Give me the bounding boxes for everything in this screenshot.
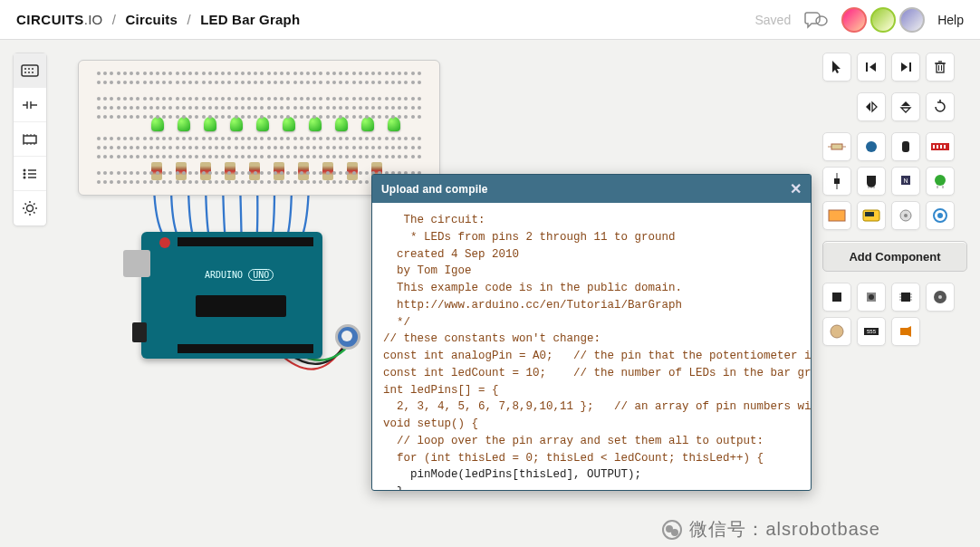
diode-component[interactable] xyxy=(822,167,851,196)
code-editor-panel[interactable]: Upload and compile ✕ The circuit: * LEDs… xyxy=(371,174,812,491)
delete-button[interactable] xyxy=(926,53,955,82)
dc-motor-component[interactable] xyxy=(926,283,955,312)
svg-rect-65 xyxy=(901,293,910,302)
usb-port-icon xyxy=(123,250,150,277)
ic-555-component[interactable]: 555 xyxy=(857,317,886,346)
brand-name[interactable]: CIRCUITS xyxy=(16,12,84,27)
dip-switch-component[interactable] xyxy=(926,132,955,161)
header-pins-bottom xyxy=(178,344,313,353)
svg-rect-36 xyxy=(831,144,842,149)
svg-rect-28 xyxy=(866,62,868,72)
close-icon[interactable]: ✕ xyxy=(790,180,802,197)
avatar[interactable] xyxy=(870,7,896,33)
svg-rect-43 xyxy=(940,145,942,149)
svg-point-4 xyxy=(32,68,34,70)
reset-button-icon xyxy=(159,237,170,248)
svg-point-2 xyxy=(24,68,26,70)
crumb-circuits[interactable]: Circuits xyxy=(126,12,178,27)
svg-rect-29 xyxy=(909,62,911,72)
capacitor-component[interactable] xyxy=(857,132,886,161)
svg-rect-44 xyxy=(944,145,946,149)
component-palette-bottom: 555 xyxy=(822,283,967,346)
svg-point-52 xyxy=(935,175,946,186)
header-pins-top xyxy=(178,237,313,246)
flip-vertical-button[interactable] xyxy=(891,92,920,121)
rotate-button[interactable] xyxy=(926,92,955,121)
svg-rect-42 xyxy=(937,145,938,149)
photocell-component[interactable] xyxy=(891,201,920,230)
right-panel: N Add Component 555 xyxy=(822,53,967,346)
svg-point-7 xyxy=(32,72,34,73)
multimeter-component[interactable] xyxy=(857,201,886,230)
save-status: Saved xyxy=(755,13,792,27)
svg-rect-46 xyxy=(834,178,840,184)
code-editor-titlebar[interactable]: Upload and compile ✕ xyxy=(372,175,811,203)
svg-text:N: N xyxy=(903,178,908,184)
pointer-tool[interactable] xyxy=(822,53,851,82)
help-link[interactable]: Help xyxy=(937,13,964,27)
svg-point-74 xyxy=(831,325,843,338)
svg-point-0 xyxy=(816,16,827,25)
component-palette-top: N xyxy=(822,132,967,230)
breadboard-view-button[interactable] xyxy=(14,53,46,88)
avatar[interactable] xyxy=(899,7,925,33)
components-list-button[interactable] xyxy=(14,157,46,191)
code-editor-title: Upload and compile xyxy=(381,183,488,196)
photodetector-component[interactable] xyxy=(857,283,886,312)
resistor-component[interactable] xyxy=(822,132,851,161)
power-jack-icon xyxy=(132,322,147,342)
svg-point-64 xyxy=(869,294,874,300)
svg-rect-1 xyxy=(22,65,38,76)
svg-point-59 xyxy=(904,214,908,217)
step-forward-button[interactable] xyxy=(891,53,920,82)
led-component[interactable] xyxy=(926,167,955,196)
atmega-chip-icon xyxy=(196,295,286,317)
svg-rect-30 xyxy=(937,63,944,72)
mcu-chip-component[interactable] xyxy=(891,283,920,312)
comments-icon[interactable] xyxy=(803,11,829,29)
svg-point-61 xyxy=(937,213,943,218)
ic-chip-component[interactable] xyxy=(822,283,851,312)
coin-cell-component[interactable] xyxy=(822,317,851,346)
add-component-button[interactable]: Add Component xyxy=(822,241,967,272)
schematic-view-button[interactable] xyxy=(14,88,46,122)
collaborators xyxy=(841,7,925,33)
left-toolbar xyxy=(13,53,47,226)
buzzer-component[interactable] xyxy=(891,317,920,346)
svg-point-27 xyxy=(27,206,34,212)
svg-rect-41 xyxy=(933,145,935,149)
pcb-view-button[interactable] xyxy=(14,122,46,157)
svg-point-6 xyxy=(28,72,30,73)
capacitor-pol-component[interactable] xyxy=(891,132,920,161)
potentiometer[interactable] xyxy=(335,324,360,350)
breadcrumb: CIRCUITS.IO / Circuits / LED Bar Graph xyxy=(16,12,300,27)
svg-point-25 xyxy=(24,176,26,178)
settings-button[interactable] xyxy=(14,191,46,226)
arduino-board[interactable]: ARDUINO UNO xyxy=(141,232,322,359)
step-back-button[interactable] xyxy=(857,53,886,82)
svg-rect-62 xyxy=(832,293,841,302)
svg-text:555: 555 xyxy=(867,329,877,334)
svg-point-38 xyxy=(866,141,877,152)
transistor-component[interactable] xyxy=(857,167,886,196)
crumb-project[interactable]: LED Bar Graph xyxy=(200,12,300,27)
flip-horizontal-button[interactable] xyxy=(857,92,886,121)
mosfet-component[interactable]: N xyxy=(891,167,920,196)
pushbutton-component[interactable] xyxy=(926,201,955,230)
svg-point-3 xyxy=(28,68,30,70)
svg-point-21 xyxy=(24,168,26,171)
relay-component[interactable] xyxy=(822,201,851,230)
svg-rect-55 xyxy=(829,210,845,221)
svg-rect-77 xyxy=(900,328,908,335)
svg-point-23 xyxy=(24,172,26,175)
code-editor-body[interactable]: The circuit: * LEDs from pins 2 through … xyxy=(372,203,811,490)
avatar[interactable] xyxy=(841,7,867,33)
svg-point-5 xyxy=(24,72,26,73)
svg-rect-57 xyxy=(865,212,874,216)
svg-point-73 xyxy=(938,295,942,299)
svg-rect-39 xyxy=(902,141,909,152)
svg-rect-12 xyxy=(24,136,36,143)
board-label: ARDUINO UNO xyxy=(205,270,274,280)
app-header: CIRCUITS.IO / Circuits / LED Bar Graph S… xyxy=(0,0,980,40)
